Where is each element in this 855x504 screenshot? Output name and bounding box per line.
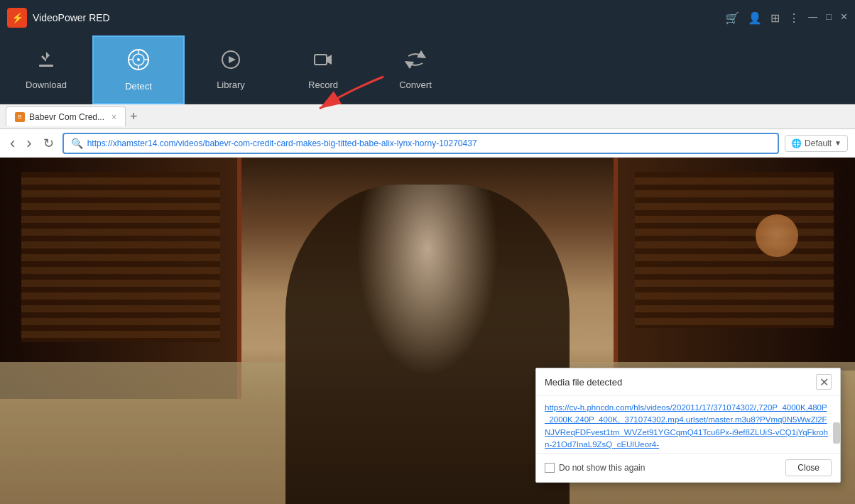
svg-marker-12 [327,55,332,65]
tab-bar: B Babevr Com Cred... × + [0,104,855,129]
library-icon [220,49,241,75]
back-button[interactable]: ‹ [7,131,18,155]
url-input[interactable] [87,138,770,148]
content-area: Media file detected ✕ https://cv-h.phncd… [0,158,855,504]
chevron-down-icon: ▼ [834,139,842,147]
locale-selector[interactable]: 🌐 Default ▼ [785,135,848,152]
tab-label: Babevr Com Cred... [29,112,104,122]
toolbar: Download Detect Library [0,35,855,104]
record-icon [312,49,334,75]
svg-point-4 [137,58,140,61]
popup-content: https://cv-h.phncdn.com/hls/videos/20201… [536,396,840,453]
app-logo: ⚡ [7,8,27,28]
tab-close-button[interactable]: × [111,112,116,122]
toolbar-item-download[interactable]: Download [0,35,92,104]
maximize-button[interactable]: □ [826,11,832,25]
forward-button[interactable]: › [23,131,34,155]
globe-icon: 🌐 [791,138,802,148]
media-url-link[interactable]: https://cv-h.phncdn.com/hls/videos/20201… [545,403,828,449]
do-not-show-label[interactable]: Do not show this again [545,463,645,473]
address-bar: ‹ › ↻ 🔍 🌐 Default ▼ [0,129,855,158]
toolbar-item-detect[interactable]: Detect [92,35,185,104]
close-button[interactable]: ✕ [840,11,848,25]
titlebar-controls: 🛒 👤 ⊞ ⋮ — □ ✕ [725,11,848,25]
record-label: Record [308,80,338,90]
library-label: Library [217,80,245,90]
convert-icon [405,49,426,75]
grid-icon[interactable]: ⊞ [770,11,780,25]
scroll-thumb [833,422,840,444]
app-title: VideoPower RED [33,12,110,23]
convert-label: Convert [399,80,432,90]
popup-footer: Do not show this again Close [536,453,840,482]
more-icon[interactable]: ⋮ [788,11,800,25]
popup-title: Media file detected [545,377,622,388]
do-not-show-checkbox[interactable] [545,463,555,473]
popup-close-confirm-button[interactable]: Close [785,459,832,476]
popup-close-button[interactable]: ✕ [816,374,832,390]
svg-marker-1 [41,52,51,62]
url-bar[interactable]: 🔍 [62,133,779,154]
svg-marker-10 [229,56,236,63]
media-popup: Media file detected ✕ https://cv-h.phncd… [535,368,841,483]
download-icon [36,49,57,75]
download-label: Download [26,80,67,90]
toolbar-item-library[interactable]: Library [185,35,277,104]
user-icon[interactable]: 👤 [748,11,762,25]
cart-icon[interactable]: 🛒 [725,11,739,25]
svg-rect-11 [315,55,327,65]
do-not-show-text: Do not show this again [559,463,645,473]
detect-label: Detect [125,81,152,92]
minimize-button[interactable]: — [808,11,817,25]
tab-favicon: B [15,112,25,122]
new-tab-button[interactable]: + [130,109,138,124]
reload-button[interactable]: ↻ [40,133,57,154]
search-icon: 🔍 [71,138,83,149]
svg-rect-0 [39,65,53,67]
title-bar-left: ⚡ VideoPower RED [7,8,110,28]
toolbar-item-convert[interactable]: Convert [369,35,462,104]
browser-tab[interactable]: B Babevr Com Cred... × [6,106,126,126]
toolbar-item-record[interactable]: Record [277,35,369,104]
popup-header: Media file detected ✕ [536,368,840,396]
locale-label: Default [805,138,832,148]
detect-icon [126,48,151,77]
title-bar: ⚡ VideoPower RED 🛒 👤 ⊞ ⋮ — □ ✕ [0,0,855,35]
